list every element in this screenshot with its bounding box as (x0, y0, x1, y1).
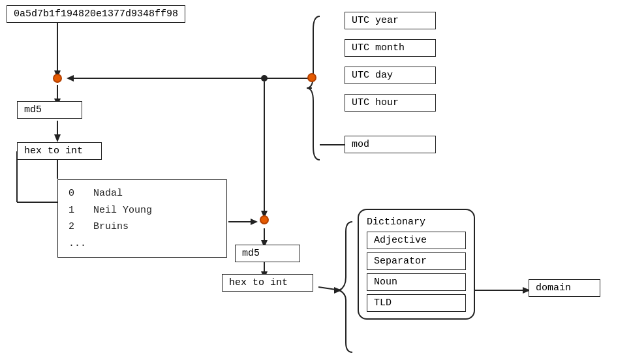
md5-top-box: md5 (17, 101, 82, 119)
list-row-ellipsis: ... (69, 235, 216, 252)
domain-box: domain (529, 279, 600, 297)
list-val-2: Bruins (93, 219, 129, 235)
dict-separator: Separator (367, 252, 466, 270)
hash-input-box: 0a5d7b1f194820e1377d9348ff98 (7, 5, 185, 23)
list-index-ellipsis: ... (69, 235, 86, 252)
svg-line-22 (318, 287, 341, 290)
dict-adjective: Adjective (367, 232, 466, 249)
svg-point-11 (261, 75, 268, 82)
list-row-1: 1 Neil Young (69, 202, 216, 219)
md5-top-label: md5 (24, 104, 42, 115)
diagram: 0a5d7b1f194820e1377d9348ff98 md5 hex to … (0, 0, 631, 364)
utc-hour-label: UTC hour (352, 97, 399, 108)
hex-to-int-bottom-label: hex to int (229, 277, 288, 288)
dict-noun-label: Noun (374, 277, 397, 288)
utc-day-label: UTC day (352, 70, 393, 81)
dict-noun: Noun (367, 273, 466, 291)
md5-bottom-label: md5 (242, 248, 260, 259)
hex-to-int-top-label: hex to int (24, 145, 83, 157)
list-row-0: 0 Nadal (69, 185, 216, 202)
utc-year-box: UTC year (345, 12, 436, 29)
svg-marker-23 (334, 287, 342, 294)
utc-month-box: UTC month (345, 39, 436, 57)
orange-dot-left (53, 74, 62, 83)
list-row-2: 2 Bruins (69, 219, 216, 235)
orange-dot-bottom (260, 215, 269, 224)
domain-label: domain (536, 282, 571, 294)
dictionary-box: Dictionary Adjective Separator Noun TLD (358, 209, 475, 320)
svg-marker-5 (54, 134, 61, 142)
utc-hour-box: UTC hour (345, 94, 436, 112)
dict-adjective-label: Adjective (374, 235, 427, 246)
orange-dot-right-top (307, 73, 316, 82)
list-val-0: Nadal (93, 185, 123, 202)
svg-marker-10 (67, 75, 74, 82)
list-index-0: 0 (69, 185, 80, 202)
mod-box: mod (345, 136, 436, 153)
list-index-2: 2 (69, 219, 80, 235)
list-index-1: 1 (69, 202, 80, 219)
dict-tld-label: TLD (374, 297, 392, 309)
utc-year-label: UTC year (352, 15, 399, 26)
dict-label: Dictionary (367, 217, 466, 228)
list-box: 0 Nadal 1 Neil Young 2 Bruins ... (57, 179, 227, 258)
dict-tld: TLD (367, 294, 466, 312)
mod-label: mod (352, 139, 369, 150)
utc-month-label: UTC month (352, 42, 405, 53)
svg-marker-19 (251, 219, 258, 225)
hex-to-int-top-box: hex to int (17, 142, 102, 160)
list-val-1: Neil Young (93, 202, 152, 219)
hash-input-text: 0a5d7b1f194820e1377d9348ff98 (14, 8, 178, 20)
hex-to-int-bottom-box: hex to int (222, 274, 313, 292)
md5-bottom-box: md5 (235, 245, 300, 262)
dict-separator-label: Separator (374, 256, 427, 267)
utc-day-box: UTC day (345, 67, 436, 84)
